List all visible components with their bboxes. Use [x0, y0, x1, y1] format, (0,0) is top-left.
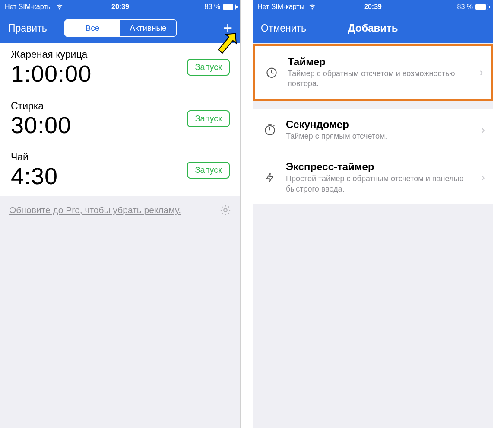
settings-button[interactable] [219, 204, 231, 216]
options-list: Секундомер Таймер с прямым отсчетом. › Э… [253, 109, 493, 204]
timer-list: Жареная курица 1:00:00 Запуск Стирка 30:… [0, 43, 240, 196]
upgrade-row: Обновите до Pro, чтобы убрать рекламу. [0, 196, 240, 224]
edit-button[interactable]: Править [8, 22, 47, 34]
segmented-filter[interactable]: Все Активные [64, 19, 177, 37]
screen-add-timer: Нет SIM-карты 20:39 83 % Отменить Добави… [253, 0, 493, 428]
option-timer[interactable]: Таймер Таймер с обратным отсчетом и возм… [255, 46, 491, 99]
timer-row[interactable]: Стирка 30:00 Запуск [0, 94, 240, 146]
start-button[interactable]: Запуск [187, 162, 230, 179]
option-express-timer[interactable]: Экспресс-таймер Простой таймер с обратны… [253, 151, 493, 204]
segment-active[interactable]: Активные [120, 20, 176, 36]
lightning-icon [263, 171, 277, 184]
timer-row[interactable]: Чай 4:30 Запуск [0, 145, 240, 196]
option-desc: Таймер с обратным отсчетом и возможность… [288, 69, 471, 89]
stopwatch-icon [263, 123, 277, 136]
nav-bar: Отменить Добавить [253, 13, 493, 43]
timer-time: 30:00 [11, 113, 187, 137]
clock-label: 20:39 [253, 3, 493, 11]
option-title: Секундомер [286, 118, 472, 131]
status-bar: Нет SIM-карты 20:39 83 % [0, 0, 240, 13]
chevron-right-icon: › [481, 171, 485, 184]
highlight-annotation: Таймер Таймер с обратным отсчетом и возм… [253, 44, 493, 101]
option-desc: Простой таймер с обратным отсчетом и пан… [286, 174, 472, 194]
screen-timer-list: Нет SIM-карты 20:39 83 % Править Все Акт… [0, 0, 241, 428]
nav-bar: Править Все Активные + [0, 13, 240, 43]
battery-icon [223, 4, 236, 10]
nav-title: Добавить [253, 22, 493, 34]
add-button[interactable]: + [223, 20, 232, 36]
upgrade-link[interactable]: Обновите до Pro, чтобы убрать рекламу. [9, 205, 181, 215]
gear-icon [219, 204, 231, 216]
timer-name: Стирка [11, 100, 187, 112]
start-button[interactable]: Запуск [187, 110, 230, 127]
status-bar: Нет SIM-карты 20:39 83 % [253, 0, 493, 13]
timer-row[interactable]: Жареная курица 1:00:00 Запуск [0, 43, 240, 94]
clock-label: 20:39 [0, 3, 240, 11]
option-stopwatch[interactable]: Секундомер Таймер с прямым отсчетом. › [253, 109, 493, 151]
start-button[interactable]: Запуск [187, 59, 230, 76]
timer-time: 4:30 [11, 164, 187, 188]
plus-icon: + [223, 20, 232, 36]
timer-name: Чай [11, 151, 187, 163]
segment-all[interactable]: Все [65, 20, 120, 36]
chevron-right-icon: › [479, 66, 483, 79]
battery-icon [475, 4, 488, 10]
option-title: Экспресс-таймер [286, 161, 472, 173]
svg-point-1 [224, 208, 227, 211]
timer-icon [264, 66, 279, 79]
chevron-right-icon: › [481, 123, 485, 137]
option-title: Таймер [288, 56, 471, 68]
timer-name: Жареная курица [11, 49, 187, 61]
option-desc: Таймер с прямым отсчетом. [286, 131, 472, 141]
timer-time: 1:00:00 [11, 61, 187, 86]
